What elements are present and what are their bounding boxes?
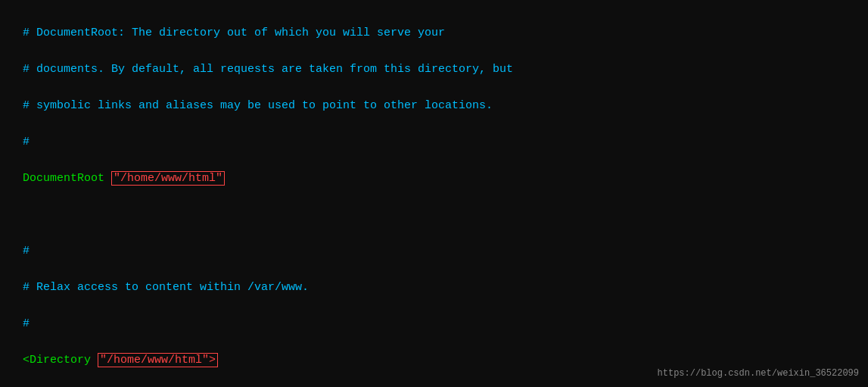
- watermark-text: https://blog.csdn.net/weixin_36522099: [658, 367, 859, 381]
- code-viewer: # DocumentRoot: The directory out of whi…: [9, 6, 859, 387]
- line-1: # DocumentRoot: The directory out of whi…: [23, 27, 445, 39]
- line-7: #: [23, 245, 30, 257]
- directory-open-value: "/home/www/html">: [98, 353, 218, 367]
- line-9: #: [23, 317, 30, 330]
- line-8: # Relax access to content within /var/ww…: [23, 281, 309, 294]
- documentroot-value: "/home/www/html": [111, 171, 225, 186]
- line-4: #: [23, 136, 30, 148]
- directory-open-tag: <Directory: [23, 354, 91, 367]
- line-3: # symbolic links and aliases may be used…: [23, 99, 493, 112]
- line-2: # documents. By default, all requests ar…: [23, 63, 513, 76]
- documentroot-keyword: DocumentRoot: [23, 172, 104, 185]
